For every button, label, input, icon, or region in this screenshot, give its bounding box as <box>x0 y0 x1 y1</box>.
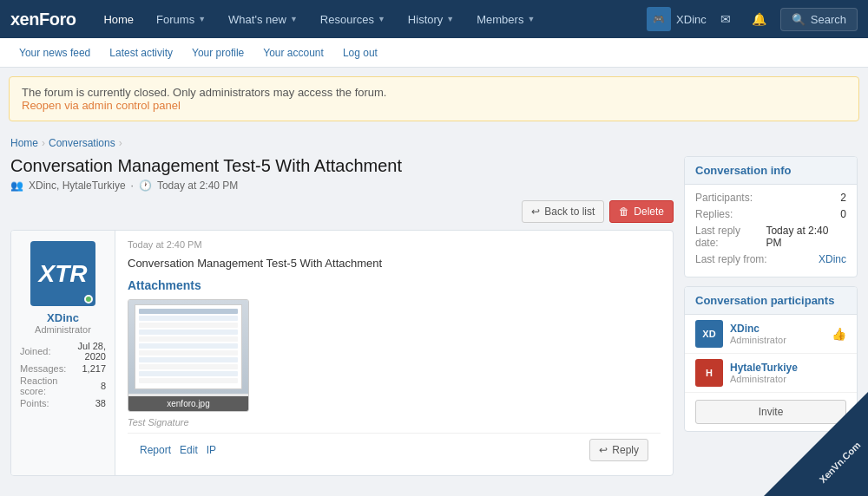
participants-label: Participants: <box>695 192 753 204</box>
nav-items: Home Forums ▼ What's new ▼ Resources ▼ H… <box>93 6 647 33</box>
brand-logo[interactable]: xenForo <box>10 10 76 29</box>
points-value: 38 <box>73 397 108 409</box>
attachment-image <box>128 300 248 394</box>
breadcrumb-home[interactable]: Home <box>10 137 38 149</box>
nav-members[interactable]: Members ▼ <box>466 6 545 33</box>
nav-whats-new[interactable]: What's new ▼ <box>218 6 308 33</box>
avatar: 🎮 <box>647 7 671 31</box>
sub-nav-latest-activity[interactable]: Latest activity <box>101 42 181 64</box>
messages-icon[interactable]: ✉ <box>713 7 738 31</box>
participant-name[interactable]: XDinc <box>730 323 825 335</box>
chevron-down-icon: ▼ <box>527 15 535 23</box>
author-name[interactable]: XDinc <box>47 311 79 324</box>
participant-role-2: Administrator <box>730 374 846 384</box>
info-row-replies: Replies: 0 <box>695 208 846 220</box>
replies-value: 0 <box>840 208 846 220</box>
avatar-initials: H <box>706 368 713 378</box>
page-meta: 👥 XDinc, HytaleTurkiye · 🕐 Today at 2:40… <box>10 179 674 192</box>
watermark-text: XenVn.Com <box>817 439 865 486</box>
avatar: H <box>695 359 723 387</box>
ip-link[interactable]: IP <box>207 444 216 456</box>
username-label: XDinc <box>676 13 707 26</box>
post-timestamp: Today at 2:40 PM <box>128 239 661 250</box>
chevron-down-icon: ▼ <box>290 15 298 23</box>
attachment-thumbnail[interactable]: xenforo.jpg <box>128 299 249 412</box>
joined-label: Joined: <box>18 340 73 362</box>
info-row-last-from: Last reply from: XDinc <box>695 253 846 265</box>
reaction-value: 8 <box>73 375 108 397</box>
delete-button[interactable]: 🗑 Delete <box>609 200 674 223</box>
attachment-filename: xenforo.jpg <box>128 396 248 411</box>
participant-name-2[interactable]: HytaleTurkiye <box>730 362 846 374</box>
joined-value: Jul 28, 2020 <box>73 340 108 362</box>
author-stats: Joined: Jul 28, 2020 Messages: 1,217 Rea… <box>18 340 108 409</box>
conversation-info-body: Participants: 2 Replies: 0 Last reply da… <box>685 185 857 277</box>
back-to-list-button[interactable]: ↩ Back to list <box>522 200 604 223</box>
screenshot-preview <box>135 304 242 388</box>
post-actions: Report Edit IP <box>140 444 216 456</box>
post-text: Conversation Management Test-5 With Atta… <box>128 257 661 270</box>
reply-icon: ↩ <box>599 444 608 456</box>
info-row-last-date: Last reply date: Today at 2:40 PM <box>695 225 846 249</box>
author-role: Administrator <box>35 324 91 335</box>
reaction-label: Reaction score: <box>18 375 73 397</box>
reply-button[interactable]: ↩ Reply <box>589 439 648 461</box>
nav-history[interactable]: History ▼ <box>398 6 464 33</box>
last-date-label: Last reply date: <box>695 225 766 249</box>
alerts-icon[interactable]: 🔔 <box>745 7 773 31</box>
messages-label: Messages: <box>18 362 73 375</box>
conversation-info-card: Conversation info Participants: 2 Replie… <box>684 156 858 277</box>
like-icon[interactable]: 👍 <box>832 327 846 341</box>
avatar-initials: XD <box>702 329 715 339</box>
trash-icon: 🗑 <box>619 206 629 218</box>
clock-icon: 🕐 <box>139 179 152 192</box>
brand-name-light: xen <box>10 10 39 29</box>
meta-time: Today at 2:40 PM <box>157 179 238 192</box>
alert-link[interactable]: Reopen via admin control panel <box>22 99 846 112</box>
nav-right: 🎮 XDinc ✉ 🔔 🔍 Search <box>647 7 858 31</box>
replies-label: Replies: <box>695 208 733 220</box>
report-link[interactable]: Report <box>140 444 171 456</box>
participants-card: Conversation participants XD XDinc Admin… <box>684 286 858 432</box>
avatar-icon: 🎮 <box>653 14 665 25</box>
points-label: Points: <box>18 397 73 409</box>
chevron-down-icon: ▼ <box>378 15 385 23</box>
nav-resources[interactable]: Resources ▼ <box>310 6 396 33</box>
sub-navigation: Your news feed Latest activity Your prof… <box>0 38 868 68</box>
search-icon: 🔍 <box>792 13 806 26</box>
nav-forums[interactable]: Forums ▼ <box>146 6 216 33</box>
post-card: XTR XDinc Administrator Joined: Jul 28, … <box>10 230 674 476</box>
last-from-value[interactable]: XDinc <box>819 253 846 265</box>
sub-nav-logout[interactable]: Log out <box>334 42 386 64</box>
info-row-participants: Participants: 2 <box>695 192 846 204</box>
messages-value: 1,217 <box>73 362 108 375</box>
post-signature: Test Signature <box>128 412 661 433</box>
participant-hytaleTurkiye: H HytaleTurkiye Administrator <box>685 354 857 393</box>
participant-info-2: HytaleTurkiye Administrator <box>730 362 846 384</box>
breadcrumb-conversations[interactable]: Conversations <box>49 137 115 149</box>
breadcrumb-separator: › <box>42 137 45 149</box>
back-icon: ↩ <box>531 206 540 218</box>
invite-button[interactable]: Invite <box>695 400 846 424</box>
avatar: XTR <box>30 241 95 306</box>
participants-value: 2 <box>840 192 846 204</box>
chevron-down-icon: ▼ <box>446 15 454 23</box>
page-title: Conversation Management Test-5 With Atta… <box>10 156 674 176</box>
participant-xdinc: XD XDinc Administrator 👍 <box>685 315 857 354</box>
sub-nav-account[interactable]: Your account <box>254 42 332 64</box>
post-sidebar: XTR XDinc Administrator Joined: Jul 28, … <box>11 231 115 475</box>
brand-name-bold: Foro <box>39 10 76 29</box>
breadcrumb: Home › Conversations › <box>0 130 868 153</box>
chevron-down-icon: ▼ <box>198 15 206 23</box>
post-footer: Report Edit IP ↩ Reply <box>128 433 661 467</box>
sub-nav-profile[interactable]: Your profile <box>183 42 253 64</box>
avatar-text: XTR <box>39 260 88 288</box>
nav-home[interactable]: Home <box>93 6 144 33</box>
search-button[interactable]: 🔍 Search <box>780 8 858 31</box>
alert-banner: The forum is currently closed. Only admi… <box>9 76 859 121</box>
online-indicator <box>84 295 93 303</box>
sub-nav-news-feed[interactable]: Your news feed <box>10 42 99 64</box>
edit-link[interactable]: Edit <box>180 444 198 456</box>
participant-role: Administrator <box>730 335 825 345</box>
user-menu[interactable]: 🎮 XDinc <box>647 7 707 31</box>
